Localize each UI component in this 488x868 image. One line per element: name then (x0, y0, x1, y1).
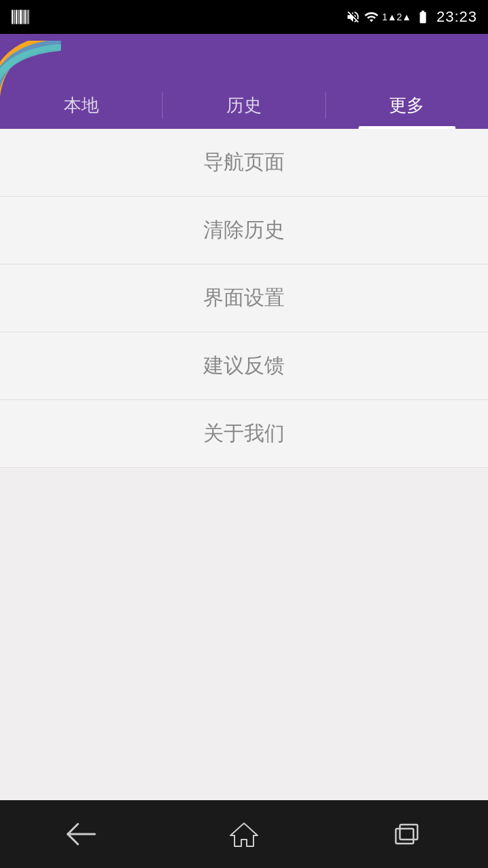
back-icon (64, 821, 98, 848)
svg-rect-3 (18, 10, 19, 24)
svg-rect-5 (23, 10, 24, 24)
recent-icon (390, 821, 423, 848)
mute-icon (346, 9, 361, 24)
battery-icon (415, 9, 431, 24)
svg-rect-9 (400, 825, 418, 840)
svg-rect-6 (24, 10, 26, 24)
menu-item-feedback[interactable]: 建议反馈 (0, 332, 488, 400)
status-icons: 1▲2▲ (346, 9, 431, 24)
header: 本地 历史 更多 (0, 34, 488, 129)
svg-rect-1 (14, 10, 15, 24)
svg-rect-7 (26, 10, 27, 24)
menu-item-ui-settings[interactable]: 界面设置 (0, 264, 488, 332)
barcode-icon (11, 7, 30, 26)
menu-item-clear-history[interactable]: 清除历史 (0, 197, 488, 264)
nav-recent-button[interactable] (380, 814, 434, 854)
menu-empty-space (0, 468, 488, 800)
svg-rect-2 (16, 10, 17, 24)
svg-rect-8 (28, 10, 29, 24)
svg-rect-10 (396, 829, 413, 844)
menu-item-about-us[interactable]: 关于我们 (0, 400, 488, 468)
nav-bar (0, 800, 488, 868)
nav-back-button[interactable] (54, 814, 108, 854)
status-time: 23:23 (436, 8, 477, 26)
menu-list: 导航页面 清除历史 界面设置 建议反馈 关于我们 (0, 129, 488, 800)
tabs: 本地 历史 更多 (0, 81, 488, 129)
status-bar: 1▲2▲ 23:23 (0, 0, 488, 34)
svg-rect-4 (20, 10, 22, 24)
tab-local[interactable]: 本地 (0, 81, 162, 129)
status-bar-left (11, 7, 30, 26)
menu-item-nav-page[interactable]: 导航页面 (0, 129, 488, 197)
nav-home-button[interactable] (217, 814, 271, 854)
svg-rect-0 (12, 10, 13, 24)
signal-text: 1▲2▲ (382, 12, 411, 22)
tab-more[interactable]: 更多 (326, 81, 488, 129)
home-icon (228, 821, 260, 848)
tab-history[interactable]: 历史 (163, 81, 325, 129)
wifi-icon (364, 9, 379, 24)
